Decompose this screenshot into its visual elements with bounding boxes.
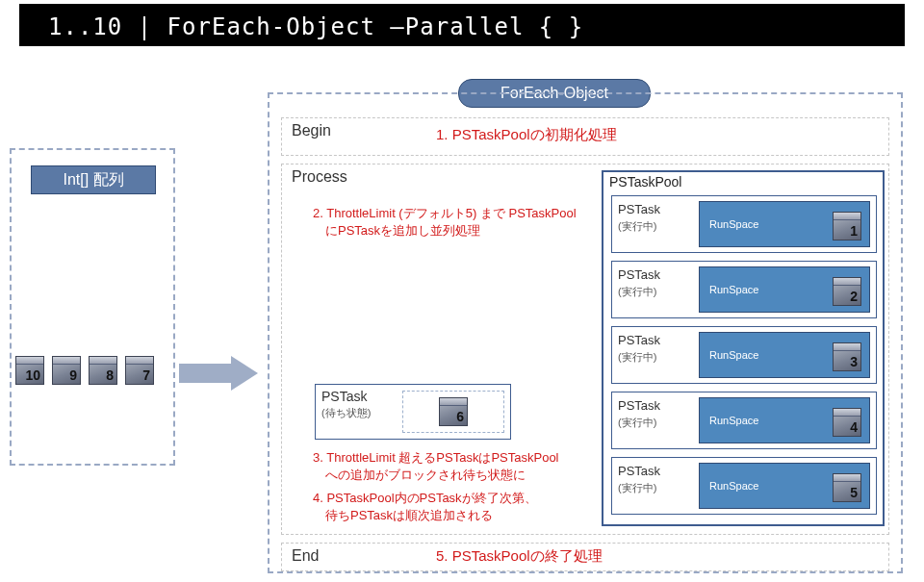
note-2-line1: 2. ThrottleLimit (デフォルト5) まで PSTaskPool [313, 206, 577, 220]
runspace-box: RunSpace 5 [699, 463, 870, 509]
diagram-stage: Int[] 配列 10 9 8 7 ForEach-Object Begin 1… [0, 46, 924, 582]
pstask-running: PSTask (実行中) RunSpace 1 [611, 195, 877, 253]
phase-end-title: End [292, 547, 319, 565]
runspace-box: RunSpace 4 [699, 397, 870, 443]
running-cube: 5 [833, 473, 861, 502]
note-4-line2: 待ちPSTaskは順次追加される [313, 508, 493, 522]
note-3-line1: 3. ThrottleLimit 超えるPSTaskはPSTaskPool [313, 450, 559, 465]
int-array-box [10, 148, 175, 466]
array-cube: 10 [15, 356, 44, 385]
runspace-label: RunSpace [709, 349, 758, 361]
note-2: 2. ThrottleLimit (デフォルト5) まで PSTaskPool … [313, 205, 577, 239]
pstask-status: (実行中) [618, 416, 656, 430]
pstaskpool-title: PSTaskPool [609, 174, 681, 190]
pstask-waiting-status: (待ち状態) [321, 406, 371, 420]
array-cube: 7 [125, 356, 154, 385]
pstask-label: PSTask [618, 398, 660, 413]
pstask-running: PSTask (実行中) RunSpace 2 [611, 261, 877, 318]
pstask-running: PSTask (実行中) RunSpace 3 [611, 326, 877, 384]
note-4: 4. PSTaskPool内のPSTaskが終了次第、 待ちPSTaskは順次追… [313, 490, 537, 523]
running-cube: 4 [833, 408, 861, 437]
runspace-label: RunSpace [709, 284, 758, 295]
arrow-into-foreach [179, 356, 260, 391]
runspace-box: RunSpace 3 [699, 332, 870, 378]
array-cube: 9 [52, 356, 81, 385]
code-bar: 1..10 | ForEach-Object –Parallel { } [19, 4, 905, 46]
pstask-status: (実行中) [618, 350, 656, 365]
pstaskpool-box: PSTaskPool PSTask (実行中) RunSpace 1 PSTas… [602, 170, 885, 526]
phase-process: Process 2. ThrottleLimit (デフォルト5) まで PST… [281, 164, 889, 535]
pstask-label: PSTask [618, 267, 660, 282]
int-array-label: Int[] 配列 [31, 165, 156, 194]
note-3: 3. ThrottleLimit 超えるPSTaskはPSTaskPool への… [313, 449, 559, 483]
pstask-label: PSTask [618, 202, 660, 216]
waiting-cube: 6 [439, 397, 468, 426]
pstask-status: (実行中) [618, 481, 656, 495]
pstask-running: PSTask (実行中) RunSpace 5 [611, 457, 877, 515]
pstask-running: PSTask (実行中) RunSpace 4 [611, 392, 877, 449]
phase-process-title: Process [292, 168, 347, 186]
note-2-line2: にPSTaskを追加し並列処理 [313, 223, 480, 238]
runspace-label: RunSpace [709, 415, 758, 426]
pstask-waiting-label: PSTask [321, 389, 367, 404]
note-5: 5. PSTaskPoolの終了処理 [436, 547, 603, 566]
running-cube: 2 [833, 277, 861, 306]
note-3-line2: への追加がブロックされ待ち状態に [313, 468, 526, 482]
pstask-waiting-slot: 6 [402, 391, 504, 433]
pstask-waiting: PSTask (待ち状態) 6 [315, 384, 511, 440]
pstask-label: PSTask [618, 333, 660, 347]
phase-end: End 5. PSTaskPoolの終了処理 [281, 543, 889, 571]
runspace-box: RunSpace 1 [699, 201, 870, 247]
runspace-box: RunSpace 2 [699, 266, 870, 313]
running-cube: 3 [833, 342, 861, 371]
runspace-label: RunSpace [709, 480, 758, 492]
runspace-label: RunSpace [709, 218, 758, 230]
pstask-status: (実行中) [618, 285, 656, 299]
phase-begin: Begin 1. PSTaskPoolの初期化処理 [281, 117, 889, 156]
note-4-line1: 4. PSTaskPool内のPSTaskが終了次第、 [313, 491, 537, 505]
running-cube: 1 [833, 212, 861, 240]
pstask-status: (実行中) [618, 219, 656, 234]
array-cube: 8 [89, 356, 117, 385]
phase-begin-title: Begin [292, 122, 331, 139]
pstask-label: PSTask [618, 464, 660, 478]
note-1: 1. PSTaskPoolの初期化処理 [436, 126, 617, 144]
int-array-items: 10 9 8 7 [15, 356, 154, 385]
foreach-object-box: Begin 1. PSTaskPoolの初期化処理 Process 2. Thr… [268, 92, 903, 573]
